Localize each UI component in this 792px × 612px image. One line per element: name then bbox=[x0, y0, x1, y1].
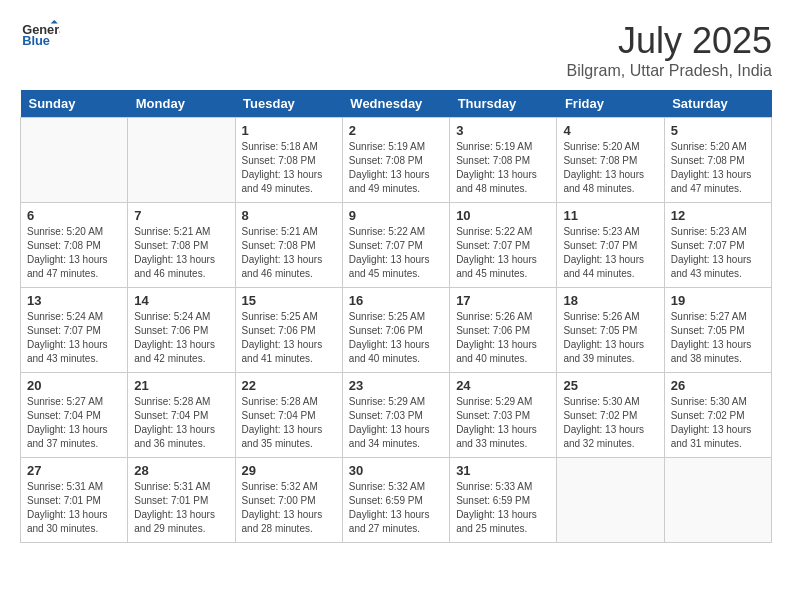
day-number: 12 bbox=[671, 208, 765, 223]
calendar-cell: 10Sunrise: 5:22 AM Sunset: 7:07 PM Dayli… bbox=[450, 203, 557, 288]
column-header-thursday: Thursday bbox=[450, 90, 557, 118]
day-number: 1 bbox=[242, 123, 336, 138]
day-number: 15 bbox=[242, 293, 336, 308]
cell-info: Sunrise: 5:22 AM Sunset: 7:07 PM Dayligh… bbox=[349, 225, 443, 281]
cell-info: Sunrise: 5:23 AM Sunset: 7:07 PM Dayligh… bbox=[671, 225, 765, 281]
cell-info: Sunrise: 5:19 AM Sunset: 7:08 PM Dayligh… bbox=[456, 140, 550, 196]
calendar-cell: 6Sunrise: 5:20 AM Sunset: 7:08 PM Daylig… bbox=[21, 203, 128, 288]
day-number: 29 bbox=[242, 463, 336, 478]
cell-info: Sunrise: 5:20 AM Sunset: 7:08 PM Dayligh… bbox=[563, 140, 657, 196]
day-number: 17 bbox=[456, 293, 550, 308]
calendar-cell: 14Sunrise: 5:24 AM Sunset: 7:06 PM Dayli… bbox=[128, 288, 235, 373]
calendar-cell bbox=[128, 118, 235, 203]
cell-info: Sunrise: 5:24 AM Sunset: 7:07 PM Dayligh… bbox=[27, 310, 121, 366]
week-row-1: 1Sunrise: 5:18 AM Sunset: 7:08 PM Daylig… bbox=[21, 118, 772, 203]
calendar-cell: 17Sunrise: 5:26 AM Sunset: 7:06 PM Dayli… bbox=[450, 288, 557, 373]
cell-info: Sunrise: 5:29 AM Sunset: 7:03 PM Dayligh… bbox=[349, 395, 443, 451]
calendar-cell: 28Sunrise: 5:31 AM Sunset: 7:01 PM Dayli… bbox=[128, 458, 235, 543]
calendar-cell: 21Sunrise: 5:28 AM Sunset: 7:04 PM Dayli… bbox=[128, 373, 235, 458]
day-number: 8 bbox=[242, 208, 336, 223]
calendar-cell: 25Sunrise: 5:30 AM Sunset: 7:02 PM Dayli… bbox=[557, 373, 664, 458]
calendar-cell: 2Sunrise: 5:19 AM Sunset: 7:08 PM Daylig… bbox=[342, 118, 449, 203]
week-row-5: 27Sunrise: 5:31 AM Sunset: 7:01 PM Dayli… bbox=[21, 458, 772, 543]
cell-info: Sunrise: 5:22 AM Sunset: 7:07 PM Dayligh… bbox=[456, 225, 550, 281]
cell-info: Sunrise: 5:32 AM Sunset: 7:00 PM Dayligh… bbox=[242, 480, 336, 536]
day-number: 30 bbox=[349, 463, 443, 478]
cell-info: Sunrise: 5:20 AM Sunset: 7:08 PM Dayligh… bbox=[671, 140, 765, 196]
calendar-cell bbox=[664, 458, 771, 543]
cell-info: Sunrise: 5:21 AM Sunset: 7:08 PM Dayligh… bbox=[242, 225, 336, 281]
logo-icon: General Blue bbox=[20, 20, 60, 45]
day-number: 18 bbox=[563, 293, 657, 308]
cell-info: Sunrise: 5:20 AM Sunset: 7:08 PM Dayligh… bbox=[27, 225, 121, 281]
logo: General Blue bbox=[20, 20, 60, 45]
day-number: 23 bbox=[349, 378, 443, 393]
cell-info: Sunrise: 5:21 AM Sunset: 7:08 PM Dayligh… bbox=[134, 225, 228, 281]
calendar-cell: 5Sunrise: 5:20 AM Sunset: 7:08 PM Daylig… bbox=[664, 118, 771, 203]
day-number: 3 bbox=[456, 123, 550, 138]
calendar-cell: 20Sunrise: 5:27 AM Sunset: 7:04 PM Dayli… bbox=[21, 373, 128, 458]
cell-info: Sunrise: 5:27 AM Sunset: 7:05 PM Dayligh… bbox=[671, 310, 765, 366]
calendar-table: SundayMondayTuesdayWednesdayThursdayFrid… bbox=[20, 90, 772, 543]
day-number: 4 bbox=[563, 123, 657, 138]
column-header-wednesday: Wednesday bbox=[342, 90, 449, 118]
day-number: 7 bbox=[134, 208, 228, 223]
cell-info: Sunrise: 5:25 AM Sunset: 7:06 PM Dayligh… bbox=[349, 310, 443, 366]
calendar-cell: 13Sunrise: 5:24 AM Sunset: 7:07 PM Dayli… bbox=[21, 288, 128, 373]
cell-info: Sunrise: 5:31 AM Sunset: 7:01 PM Dayligh… bbox=[134, 480, 228, 536]
day-number: 22 bbox=[242, 378, 336, 393]
calendar-cell: 18Sunrise: 5:26 AM Sunset: 7:05 PM Dayli… bbox=[557, 288, 664, 373]
cell-info: Sunrise: 5:27 AM Sunset: 7:04 PM Dayligh… bbox=[27, 395, 121, 451]
day-number: 16 bbox=[349, 293, 443, 308]
calendar-cell: 12Sunrise: 5:23 AM Sunset: 7:07 PM Dayli… bbox=[664, 203, 771, 288]
column-header-saturday: Saturday bbox=[664, 90, 771, 118]
day-number: 25 bbox=[563, 378, 657, 393]
cell-info: Sunrise: 5:19 AM Sunset: 7:08 PM Dayligh… bbox=[349, 140, 443, 196]
calendar-cell: 11Sunrise: 5:23 AM Sunset: 7:07 PM Dayli… bbox=[557, 203, 664, 288]
day-number: 10 bbox=[456, 208, 550, 223]
column-header-tuesday: Tuesday bbox=[235, 90, 342, 118]
day-number: 9 bbox=[349, 208, 443, 223]
month-year-title: July 2025 bbox=[567, 20, 772, 62]
header-row: SundayMondayTuesdayWednesdayThursdayFrid… bbox=[21, 90, 772, 118]
cell-info: Sunrise: 5:18 AM Sunset: 7:08 PM Dayligh… bbox=[242, 140, 336, 196]
day-number: 24 bbox=[456, 378, 550, 393]
calendar-cell bbox=[557, 458, 664, 543]
cell-info: Sunrise: 5:30 AM Sunset: 7:02 PM Dayligh… bbox=[671, 395, 765, 451]
week-row-2: 6Sunrise: 5:20 AM Sunset: 7:08 PM Daylig… bbox=[21, 203, 772, 288]
header: General Blue July 2025 Bilgram, Uttar Pr… bbox=[20, 20, 772, 80]
calendar-cell: 9Sunrise: 5:22 AM Sunset: 7:07 PM Daylig… bbox=[342, 203, 449, 288]
calendar-cell: 30Sunrise: 5:32 AM Sunset: 6:59 PM Dayli… bbox=[342, 458, 449, 543]
cell-info: Sunrise: 5:25 AM Sunset: 7:06 PM Dayligh… bbox=[242, 310, 336, 366]
week-row-3: 13Sunrise: 5:24 AM Sunset: 7:07 PM Dayli… bbox=[21, 288, 772, 373]
calendar-cell: 23Sunrise: 5:29 AM Sunset: 7:03 PM Dayli… bbox=[342, 373, 449, 458]
day-number: 6 bbox=[27, 208, 121, 223]
calendar-cell bbox=[21, 118, 128, 203]
day-number: 11 bbox=[563, 208, 657, 223]
cell-info: Sunrise: 5:28 AM Sunset: 7:04 PM Dayligh… bbox=[242, 395, 336, 451]
day-number: 21 bbox=[134, 378, 228, 393]
cell-info: Sunrise: 5:28 AM Sunset: 7:04 PM Dayligh… bbox=[134, 395, 228, 451]
calendar-cell: 4Sunrise: 5:20 AM Sunset: 7:08 PM Daylig… bbox=[557, 118, 664, 203]
calendar-cell: 3Sunrise: 5:19 AM Sunset: 7:08 PM Daylig… bbox=[450, 118, 557, 203]
calendar-cell: 29Sunrise: 5:32 AM Sunset: 7:00 PM Dayli… bbox=[235, 458, 342, 543]
cell-info: Sunrise: 5:30 AM Sunset: 7:02 PM Dayligh… bbox=[563, 395, 657, 451]
calendar-cell: 27Sunrise: 5:31 AM Sunset: 7:01 PM Dayli… bbox=[21, 458, 128, 543]
calendar-cell: 19Sunrise: 5:27 AM Sunset: 7:05 PM Dayli… bbox=[664, 288, 771, 373]
title-section: July 2025 Bilgram, Uttar Pradesh, India bbox=[567, 20, 772, 80]
week-row-4: 20Sunrise: 5:27 AM Sunset: 7:04 PM Dayli… bbox=[21, 373, 772, 458]
day-number: 2 bbox=[349, 123, 443, 138]
cell-info: Sunrise: 5:23 AM Sunset: 7:07 PM Dayligh… bbox=[563, 225, 657, 281]
day-number: 27 bbox=[27, 463, 121, 478]
cell-info: Sunrise: 5:26 AM Sunset: 7:05 PM Dayligh… bbox=[563, 310, 657, 366]
calendar-cell: 31Sunrise: 5:33 AM Sunset: 6:59 PM Dayli… bbox=[450, 458, 557, 543]
day-number: 14 bbox=[134, 293, 228, 308]
calendar-cell: 26Sunrise: 5:30 AM Sunset: 7:02 PM Dayli… bbox=[664, 373, 771, 458]
svg-text:Blue: Blue bbox=[22, 33, 50, 45]
location-subtitle: Bilgram, Uttar Pradesh, India bbox=[567, 62, 772, 80]
day-number: 20 bbox=[27, 378, 121, 393]
column-header-monday: Monday bbox=[128, 90, 235, 118]
column-header-sunday: Sunday bbox=[21, 90, 128, 118]
cell-info: Sunrise: 5:29 AM Sunset: 7:03 PM Dayligh… bbox=[456, 395, 550, 451]
cell-info: Sunrise: 5:31 AM Sunset: 7:01 PM Dayligh… bbox=[27, 480, 121, 536]
